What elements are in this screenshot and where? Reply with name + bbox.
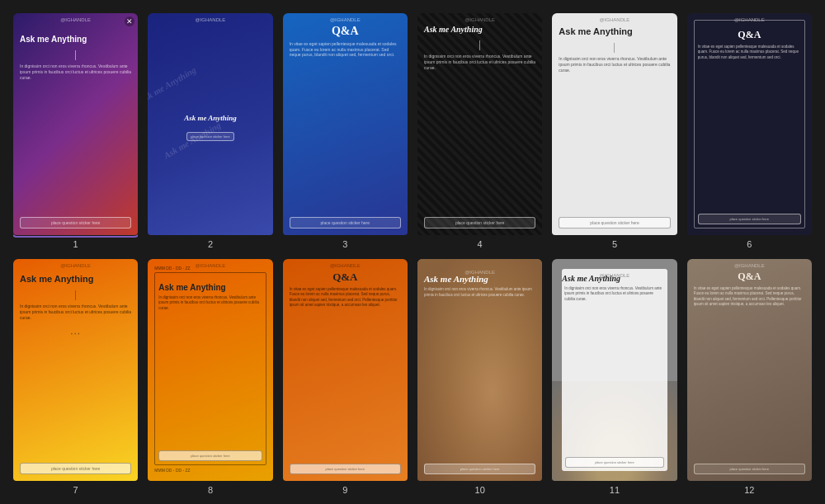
card-12-body: In vitae ex eget sapien pellentesque mal… <box>694 286 805 307</box>
handle-6: @IGHANDLE <box>734 17 765 22</box>
card-1-sticker[interactable]: place question sticker here <box>20 217 131 228</box>
card-11-sticker[interactable]: place question sticker here <box>565 457 663 468</box>
card-8-sticker[interactable]: place question sticker here <box>158 450 262 461</box>
card-9-body: In vitae ex eget sapien pellentesque mal… <box>290 287 401 308</box>
card-11-body: In dignissim orci non eros viverra rhonc… <box>562 286 667 302</box>
diag-text-1: Ask me Anything <box>148 64 198 105</box>
card-7-dots: ··· <box>20 327 131 339</box>
card-10-body: In dignissim orci non eros viverra rhonc… <box>424 287 535 298</box>
card-1[interactable]: @IGHANDLE ✕ Ask me Anything In dignissim… <box>13 13 138 249</box>
card-10[interactable]: @IGHANDLE Ask me Anything In dignissim o… <box>417 259 542 495</box>
card-8-number: 8 <box>148 485 272 495</box>
card-4-sticker[interactable]: place question sticker here <box>424 217 535 228</box>
card-3-title: Q&A <box>290 25 401 38</box>
card-7-title: Ask me Anything <box>20 274 131 285</box>
card-6-number: 6 <box>687 239 812 249</box>
card-5[interactable]: @IGHANDLE Ask me Anything In dignissim o… <box>552 13 676 249</box>
close-icon-1[interactable]: ✕ <box>125 16 134 26</box>
card-7[interactable]: @IGHANDLE Ask me Anything In dignissim o… <box>13 259 138 495</box>
card-2[interactable]: @IGHANDLE Ask me Anything Ask me Anythin… <box>148 13 272 249</box>
handle-8: @IGHANDLE <box>196 263 226 268</box>
card-9[interactable]: @IGHANDLE Q&A In vitae ex eget sapien pe… <box>283 259 408 495</box>
card-6[interactable]: @IGHANDLE Q&A In vitae ex eget sapien pe… <box>687 13 812 249</box>
card-2-number: 2 <box>148 239 272 249</box>
handle-10: @IGHANDLE <box>464 270 495 275</box>
card-12-sticker[interactable]: place question sticker here <box>694 464 805 474</box>
handle-1: @IGHANDLE <box>60 17 91 22</box>
card-8-body: In dignissim orci non eros viverra rhonc… <box>158 295 262 311</box>
card-6-body: In vitae ex eget sapien pellentesque mal… <box>698 45 801 60</box>
card-1-number: 1 <box>13 239 138 249</box>
handle-9: @IGHANDLE <box>330 263 361 268</box>
card-4[interactable]: @IGHANDLE Ask me Anything In dignissim o… <box>417 13 542 249</box>
card-8-date-bottom: MMM DD - DD - ZZ <box>154 468 266 473</box>
card-9-sticker[interactable]: place question sticker here <box>290 464 401 474</box>
card-5-number: 5 <box>552 239 676 249</box>
card-3-number: 3 <box>283 239 408 249</box>
card-7-number: 7 <box>13 485 138 495</box>
card-9-title: Q&A <box>290 271 401 284</box>
card-2-title: Ask me Anything <box>184 114 237 123</box>
card-11-number: 11 <box>552 485 676 495</box>
handle-2: @IGHANDLE <box>196 17 226 22</box>
handle-12: @IGHANDLE <box>734 263 765 268</box>
card-5-title: Ask me Anything <box>559 26 670 37</box>
card-9-number: 9 <box>283 485 408 495</box>
template-grid: @IGHANDLE ✕ Ask me Anything In dignissim… <box>13 13 812 495</box>
card-3[interactable]: @IGHANDLE Q&A In vitae ex eget sapien pe… <box>283 13 408 249</box>
card-6-title: Q&A <box>698 29 801 41</box>
card-5-body: In dignissim orci non eros viverra rhonc… <box>559 56 670 73</box>
card-1-body: In dignissim orci non eros viverra rhonc… <box>20 64 131 81</box>
card-1-title: Ask me Anything <box>20 35 131 45</box>
card-10-title: Ask me Anything <box>424 274 535 285</box>
card-5-sticker[interactable]: place question sticker here <box>559 217 670 228</box>
card-3-sticker[interactable]: place question sticker here <box>290 217 401 228</box>
card-10-sticker[interactable]: place question sticker here <box>424 464 535 474</box>
handle-7: @IGHANDLE <box>60 263 91 268</box>
card-8[interactable]: @IGHANDLE MMM DD - DD - ZZ Ask me Anythi… <box>148 259 272 495</box>
card-8-title: Ask me Anything <box>158 283 262 293</box>
handle-11: @IGHANDLE <box>600 273 630 278</box>
card-12-title: Q&A <box>694 271 805 283</box>
card-4-title: Ask me Anything <box>424 25 535 35</box>
card-3-body: In vitae ex eget sapien pellentesque mal… <box>290 41 401 58</box>
card-4-body: In dignissim orci non eros viverra rhonc… <box>424 54 535 71</box>
card-6-sticker[interactable]: place question sticker here <box>698 214 801 224</box>
card-12[interactable]: @IGHANDLE Q&A In vitae ex eget sapien pe… <box>687 259 812 495</box>
card-11[interactable]: @IGHANDLE Ask me Anything In dignissim o… <box>552 259 676 495</box>
handle-4: @IGHANDLE <box>464 17 495 22</box>
handle-3: @IGHANDLE <box>330 17 361 22</box>
card-2-sticker[interactable]: place question sticker here <box>186 132 234 141</box>
card-7-sticker[interactable]: place question sticker here <box>20 463 131 474</box>
card-10-number: 10 <box>417 485 542 495</box>
card-4-number: 4 <box>417 239 542 249</box>
handle-5: @IGHANDLE <box>600 17 630 22</box>
card-7-body: In dignissim orci non eros viverra rhonc… <box>20 304 131 321</box>
card-12-number: 12 <box>687 485 812 495</box>
